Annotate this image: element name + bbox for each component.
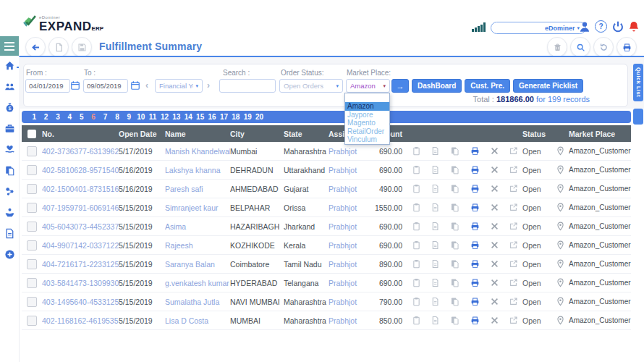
invoice-icon[interactable]: [425, 222, 444, 231]
delete-icon[interactable]: [485, 259, 504, 269]
share-icon[interactable]: [504, 203, 522, 212]
pin-icon[interactable]: [551, 184, 569, 193]
clipboard-icon[interactable]: [407, 222, 425, 231]
assigned-to-link[interactable]: Prabhjot: [329, 241, 369, 250]
user-icon[interactable]: [578, 20, 591, 33]
row-checkbox[interactable]: [27, 146, 37, 156]
sidebar-item-crm[interactable]: [0, 140, 19, 161]
print-icon[interactable]: [465, 146, 485, 156]
invoice-icon[interactable]: [425, 259, 444, 269]
order-no-link[interactable]: 404-9907142-0337122: [42, 241, 119, 250]
order-no-link[interactable]: 405-6043073-4452337: [42, 222, 119, 231]
page-18[interactable]: 18: [230, 113, 242, 121]
order-status-select[interactable]: Open Orders▾: [279, 79, 343, 93]
clipboard-icon[interactable]: [407, 184, 425, 193]
copy-icon[interactable]: [444, 184, 465, 193]
customer-name-link[interactable]: Rajeesh: [165, 241, 230, 250]
market-option-jaypore[interactable]: Jaypore: [345, 111, 389, 119]
page-16[interactable]: 16: [206, 113, 218, 121]
clipboard-icon[interactable]: [407, 278, 425, 287]
sidebar-item-users[interactable]: [0, 77, 19, 98]
order-no-link[interactable]: 402-3736377-6313962: [42, 147, 119, 156]
print-icon[interactable]: [465, 184, 485, 193]
delete-icon[interactable]: [485, 222, 504, 231]
pin-icon[interactable]: [551, 297, 569, 306]
row-checkbox[interactable]: [27, 278, 37, 288]
delete-icon[interactable]: [485, 316, 504, 325]
row-checkbox[interactable]: [27, 222, 37, 232]
order-no-link[interactable]: 402-1168162-4619535: [42, 316, 119, 325]
row-checkbox[interactable]: [27, 203, 37, 213]
row-checkbox[interactable]: [27, 184, 37, 194]
page-2[interactable]: 2: [40, 113, 51, 121]
clipboard-icon[interactable]: [407, 316, 425, 325]
market-option-blank[interactable]: [345, 93, 389, 102]
pin-icon[interactable]: [551, 165, 569, 174]
assigned-to-link[interactable]: Prabhjot: [329, 298, 369, 306]
copy-icon[interactable]: [444, 297, 465, 306]
copy-icon[interactable]: [444, 146, 465, 156]
customer-name-link[interactable]: Lakshya khanna: [165, 166, 230, 174]
sidebar-item-money[interactable]: $: [0, 98, 19, 119]
print-icon[interactable]: [465, 222, 485, 231]
market-option-amazon[interactable]: Amazon: [345, 102, 389, 111]
search-input[interactable]: [219, 79, 276, 93]
copy-icon[interactable]: [444, 259, 465, 269]
pin-icon[interactable]: [551, 316, 569, 325]
customer-name-link[interactable]: Paresh safi: [165, 185, 230, 193]
customer-name-link[interactable]: Sumalatha Jutla: [165, 298, 230, 306]
print-icon[interactable]: [465, 316, 485, 325]
next-period-arrow[interactable]: ›: [207, 80, 210, 90]
sidebar-item-briefcase[interactable]: [0, 119, 19, 140]
delete-icon[interactable]: [485, 297, 504, 306]
market-place-select[interactable]: Amazon▾: [346, 79, 390, 93]
generate-picklist-button[interactable]: Generate Picklist: [513, 79, 583, 93]
page-20[interactable]: 20: [253, 113, 265, 121]
back-button[interactable]: [25, 37, 46, 57]
print-icon[interactable]: [465, 259, 485, 269]
assigned-to-link[interactable]: Prabhjot: [329, 260, 369, 269]
prev-period-arrow[interactable]: ‹: [145, 80, 148, 90]
page-8[interactable]: 8: [111, 113, 123, 121]
customer-name-link[interactable]: Manish Khandelwal: [165, 147, 230, 156]
page-19[interactable]: 19: [242, 113, 253, 121]
row-checkbox[interactable]: [27, 259, 37, 269]
from-date-input[interactable]: [25, 79, 70, 93]
menu-toggle[interactable]: [0, 36, 19, 56]
share-icon[interactable]: [504, 222, 522, 231]
customer-name-link[interactable]: Simranjeet kaur: [165, 203, 230, 212]
invoice-icon[interactable]: [425, 297, 444, 306]
calendar-icon[interactable]: [70, 80, 80, 90]
order-no-link[interactable]: 402-5810628-9571540: [42, 166, 119, 174]
share-icon[interactable]: [504, 184, 522, 193]
delete-icon[interactable]: [485, 203, 504, 212]
new-document-button[interactable]: [48, 37, 69, 57]
dashboard-button[interactable]: DashBoard: [412, 79, 462, 93]
share-icon[interactable]: [504, 297, 522, 306]
row-checkbox[interactable]: [27, 316, 37, 326]
page-5[interactable]: 5: [76, 113, 88, 121]
pin-icon[interactable]: [551, 240, 569, 250]
delete-icon[interactable]: [485, 278, 504, 287]
pin-icon[interactable]: [551, 259, 569, 269]
invoice-icon[interactable]: [425, 203, 444, 212]
select-all-checkbox[interactable]: [27, 130, 36, 138]
assigned-to-link[interactable]: Prabhjot: [329, 166, 369, 174]
assigned-to-link[interactable]: Prabhjot: [329, 147, 369, 156]
row-checkbox[interactable]: [27, 297, 37, 307]
clipboard-icon[interactable]: [407, 165, 425, 174]
share-icon[interactable]: [504, 316, 522, 325]
row-checkbox[interactable]: [27, 240, 37, 251]
search-button[interactable]: [570, 37, 590, 57]
page-6[interactable]: 6: [88, 113, 99, 121]
invoice-icon[interactable]: [425, 240, 444, 250]
help-icon[interactable]: ?: [595, 20, 607, 33]
sidebar-item-settings[interactable]: [0, 182, 19, 203]
delete-icon[interactable]: [485, 184, 504, 193]
copy-icon[interactable]: [444, 278, 465, 287]
print-icon[interactable]: [465, 203, 485, 212]
invoice-icon[interactable]: [425, 278, 444, 287]
side-tab-stub[interactable]: [633, 109, 643, 125]
cust-pre-button[interactable]: Cust. Pre.: [465, 79, 510, 93]
copy-icon[interactable]: [444, 165, 465, 174]
